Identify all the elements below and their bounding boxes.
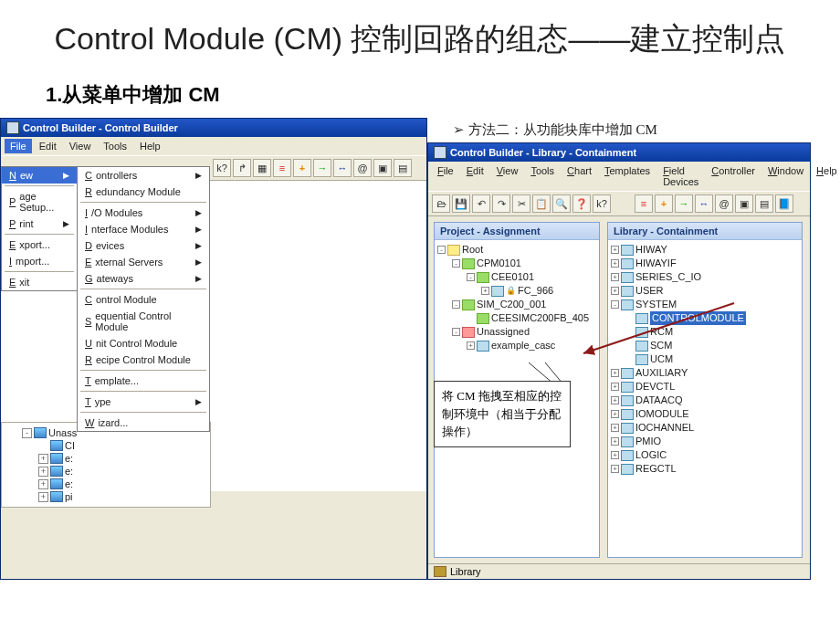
tree-row[interactable]: +PMIO	[611, 435, 799, 448]
tree-row[interactable]: RCM	[611, 325, 799, 339]
right-toolbar[interactable]: 🗁💾↶↷✂📋🔍❓k?≡+→↔@▣▤📘	[428, 191, 810, 216]
tree-row[interactable]: +HIWAYIF	[611, 257, 799, 270]
file-menu-item[interactable]: Export...	[2, 236, 77, 253]
new-submenu-item[interactable]: Template...	[78, 373, 209, 389]
toolbar-button[interactable]: @	[715, 194, 733, 213]
new-submenu-item[interactable]: Sequential Control Module	[78, 308, 209, 335]
new-submenu-item[interactable]: Interface Modules▶	[78, 221, 209, 237]
menu-controller[interactable]: Controller	[706, 163, 761, 189]
toolbar-button[interactable]: ▤	[394, 159, 412, 177]
menu-tools[interactable]: Tools	[525, 163, 560, 189]
menu-view[interactable]: View	[491, 163, 524, 189]
toolbar-button[interactable]: 📋	[532, 194, 551, 213]
tree-row[interactable]: CEESIMC200FB_405	[437, 311, 596, 325]
new-submenu-item[interactable]: Redundancy Module	[78, 184, 209, 200]
toolbar-button[interactable]: ▤	[755, 194, 773, 213]
tree-row[interactable]: +USER	[611, 284, 799, 298]
tree-row[interactable]: +IOCHANNEL	[611, 421, 799, 435]
file-menu-item[interactable]: Exit	[2, 274, 77, 290]
toolbar-button[interactable]: ↷	[492, 194, 510, 213]
new-submenu-item[interactable]: Unit Control Module	[78, 335, 209, 352]
tree-row[interactable]: -CEE0101	[437, 270, 596, 284]
library-panel[interactable]: Library - Containment +HIWAY+HIWAYIF+SER…	[607, 222, 803, 558]
toolbar-button[interactable]: ≡	[273, 159, 291, 177]
new-submenu-item[interactable]: I/O Modules▶	[78, 205, 209, 221]
tree-row[interactable]: CI	[5, 439, 206, 452]
tree-row[interactable]: +e:	[5, 465, 206, 478]
tree-row[interactable]: CONTROLMODULE	[611, 311, 799, 325]
toolbar-button[interactable]: ▣	[373, 159, 392, 177]
new-submenu-item[interactable]: External Servers▶	[78, 254, 209, 270]
toolbar-button[interactable]: +	[655, 194, 673, 213]
tree-row[interactable]: SCM	[611, 339, 799, 352]
toolbar-button[interactable]: k?	[593, 194, 611, 213]
library-tree[interactable]: +HIWAY+HIWAYIF+SERIES_C_IO+USER-SYSTEMCO…	[608, 240, 802, 557]
file-menu[interactable]: New▶Page Setup...Print▶Export...Import..…	[1, 166, 78, 291]
new-submenu-item[interactable]: Control Module	[78, 291, 209, 308]
toolbar-button[interactable]: 📘	[775, 194, 793, 213]
toolbar-button[interactable]: +	[293, 159, 311, 177]
menu-edit[interactable]: Edit	[461, 163, 489, 189]
new-submenu-item[interactable]: Devices▶	[78, 237, 209, 254]
menu-tools[interactable]: Tools	[98, 139, 132, 153]
tree-row[interactable]: +e:	[5, 478, 206, 490]
toolbar-button[interactable]: ↔	[695, 194, 713, 213]
menu-chart[interactable]: Chart	[562, 163, 597, 189]
tree-row[interactable]: +🔒FC_966	[437, 284, 596, 298]
file-menu-item[interactable]: Print▶	[2, 215, 77, 232]
menu-edit[interactable]: Edit	[34, 139, 62, 153]
right-menubar[interactable]: FileEditViewToolsChartTemplatesField Dev…	[428, 162, 810, 191]
file-menu-item[interactable]: Page Setup...	[2, 188, 77, 215]
tree-row[interactable]: +example_casc	[437, 339, 596, 352]
tree-row[interactable]: +DATAACQ	[611, 394, 799, 407]
new-submenu-item[interactable]: Recipe Control Module	[78, 352, 209, 368]
toolbar-button[interactable]: ↶	[472, 194, 490, 213]
tree-row[interactable]: +AUXILIARY	[611, 366, 799, 380]
menu-help[interactable]: Help	[134, 139, 166, 153]
toolbar-button[interactable]: ✂	[512, 194, 530, 213]
tree-row[interactable]: +REGCTL	[611, 462, 799, 476]
tree-row[interactable]: UCM	[611, 352, 799, 366]
menu-window[interactable]: Window	[762, 163, 809, 189]
tree-row[interactable]: +SERIES_C_IO	[611, 270, 799, 284]
tree-row[interactable]: -SIM_C200_001	[437, 298, 596, 311]
toolbar-button[interactable]: @	[353, 159, 372, 177]
toolbar-button[interactable]: ≡	[635, 194, 653, 213]
file-menu-item[interactable]: Import...	[2, 253, 77, 269]
left-project-tree[interactable]: -UnassCI+e:+e:+e:+pi	[1, 422, 211, 508]
new-submenu-item[interactable]: Gateways▶	[78, 270, 209, 287]
menu-templates[interactable]: Templates	[599, 163, 656, 189]
tree-row[interactable]: -CPM0101	[437, 257, 596, 270]
tree-row[interactable]: +pi	[5, 490, 206, 503]
toolbar-button[interactable]: 🗁	[432, 194, 450, 213]
left-menubar[interactable]: File Edit View Tools Help	[1, 137, 426, 155]
menu-help[interactable]: Help	[811, 163, 840, 189]
tree-row[interactable]: +IOMODULE	[611, 407, 799, 421]
toolbar-button[interactable]: k?	[213, 159, 231, 177]
menu-file[interactable]: File	[432, 163, 459, 189]
toolbar-button[interactable]: →	[313, 159, 331, 177]
tree-row[interactable]: -Root	[437, 243, 596, 257]
new-submenu-item[interactable]: Type▶	[78, 394, 209, 410]
toolbar-button[interactable]: 💾	[452, 194, 470, 213]
toolbar-button[interactable]: →	[675, 194, 693, 213]
new-submenu-item[interactable]: Controllers▶	[78, 167, 209, 184]
file-menu-item[interactable]: New▶	[2, 167, 77, 184]
tree-row[interactable]: -SYSTEM	[611, 298, 799, 311]
menu-view[interactable]: View	[64, 139, 97, 153]
tree-row[interactable]: +e:	[5, 452, 206, 465]
toolbar-button[interactable]: ▦	[253, 159, 271, 177]
menu-field devices[interactable]: Field Devices	[657, 163, 704, 189]
tree-row[interactable]: -Unassigned	[437, 325, 596, 339]
toolbar-button[interactable]: ↔	[333, 159, 352, 177]
toolbar-button[interactable]: 🔍	[552, 194, 571, 213]
tree-row[interactable]: +DEVCTL	[611, 380, 799, 394]
tree-row[interactable]: +HIWAY	[611, 243, 799, 257]
toolbar-button[interactable]: ↱	[233, 159, 251, 177]
new-submenu[interactable]: Controllers▶Redundancy ModuleI/O Modules…	[77, 166, 210, 432]
toolbar-button[interactable]: ❓	[572, 194, 591, 213]
toolbar-button[interactable]: ▣	[735, 194, 753, 213]
new-submenu-item[interactable]: Wizard...	[78, 415, 209, 431]
menu-file[interactable]: File	[5, 139, 32, 153]
tree-row[interactable]: +LOGIC	[611, 448, 799, 462]
